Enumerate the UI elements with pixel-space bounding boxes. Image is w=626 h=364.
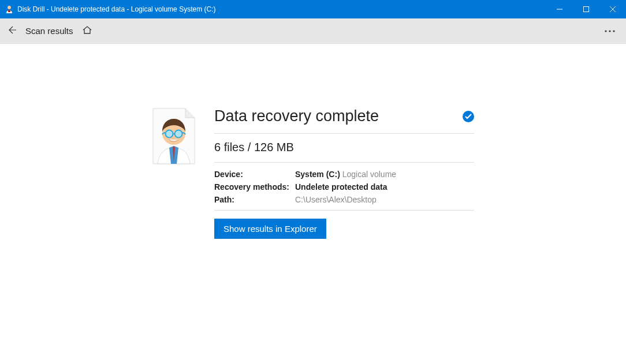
svg-point-4 bbox=[609, 30, 610, 32]
svg-point-3 bbox=[605, 30, 606, 32]
minimize-button[interactable] bbox=[546, 0, 573, 18]
window-controls bbox=[546, 0, 626, 18]
result-summary: 6 files / 126 MB bbox=[214, 141, 474, 154]
breadcrumb[interactable]: Scan results bbox=[25, 26, 73, 36]
svg-point-8 bbox=[175, 130, 182, 138]
recovery-summary-card: Data recovery complete 6 files / 126 MB … bbox=[152, 107, 474, 239]
show-results-button[interactable]: Show results in Explorer bbox=[214, 219, 326, 239]
device-value: System (C:) Logical volume bbox=[295, 170, 474, 179]
back-icon[interactable] bbox=[6, 24, 17, 37]
result-details: Device: System (C:) Logical volume Recov… bbox=[214, 170, 474, 204]
window-title-bar: Disk Drill - Undelete protected data - L… bbox=[0, 0, 626, 18]
main-content: Data recovery complete 6 files / 126 MB … bbox=[0, 44, 626, 239]
result-heading: Data recovery complete bbox=[214, 107, 379, 125]
divider bbox=[214, 210, 474, 211]
methods-value: Undelete protected data bbox=[295, 182, 474, 192]
path-label: Path: bbox=[214, 195, 295, 204]
divider bbox=[214, 133, 474, 134]
toolbar: Scan results bbox=[0, 18, 626, 44]
divider bbox=[214, 162, 474, 163]
device-label: Device: bbox=[214, 170, 295, 179]
methods-label: Recovery methods: bbox=[214, 182, 295, 192]
svg-point-5 bbox=[613, 30, 614, 32]
window-title: Disk Drill - Undelete protected data - L… bbox=[17, 5, 215, 13]
recovery-avatar-icon bbox=[152, 107, 196, 167]
success-check-icon bbox=[463, 111, 474, 122]
svg-point-7 bbox=[166, 130, 173, 138]
more-options-icon[interactable] bbox=[599, 21, 620, 42]
app-icon bbox=[5, 5, 14, 14]
svg-rect-1 bbox=[8, 10, 10, 12]
home-icon[interactable] bbox=[81, 24, 93, 37]
path-value: C:\Users\Alex\Desktop bbox=[295, 195, 474, 204]
maximize-button[interactable] bbox=[573, 0, 599, 18]
close-button[interactable] bbox=[599, 0, 626, 18]
svg-point-0 bbox=[8, 6, 11, 9]
svg-rect-2 bbox=[584, 7, 589, 12]
